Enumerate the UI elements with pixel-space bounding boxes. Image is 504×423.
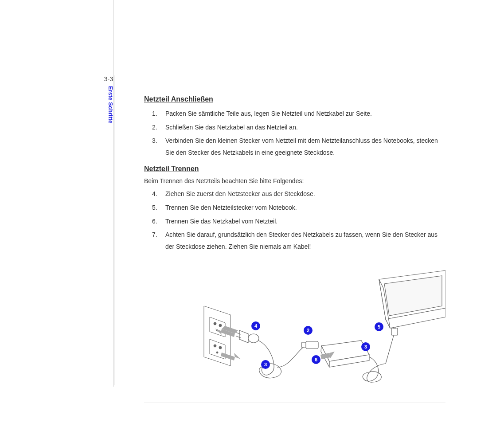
content: Netzteil Anschließen 1.Packen Sie sämtli… bbox=[117, 75, 445, 412]
svg-rect-12 bbox=[301, 343, 306, 347]
svg-point-0 bbox=[214, 322, 216, 325]
sidebar-section-title: Erste Schritte bbox=[107, 86, 114, 124]
svg-point-4 bbox=[219, 346, 222, 349]
disconnect-list: 4.Ziehen Sie zuerst den Netzstecker aus … bbox=[144, 188, 445, 252]
item-text: Trennen Sie das Netzkabel vom Netzteil. bbox=[165, 218, 277, 225]
item-number: 5. bbox=[152, 202, 157, 214]
item-number: 4. bbox=[152, 188, 157, 200]
list-item: 7.Achten Sie darauf, grundsätzlich den S… bbox=[162, 229, 445, 252]
svg-point-5 bbox=[216, 352, 218, 353]
list-item: 6.Trennen Sie das Netzkabel vom Netzteil… bbox=[162, 215, 445, 227]
list-item: 4.Ziehen Sie zuerst den Netzstecker aus … bbox=[162, 188, 445, 200]
connect-list: 1.Packen Sie sämtliche Teile aus, legen … bbox=[144, 108, 445, 158]
item-text: Ziehen Sie zuerst den Netzstecker aus de… bbox=[165, 190, 315, 197]
svg-rect-11 bbox=[306, 341, 318, 349]
item-text: Trennen Sie den Netzteilstecker vom Note… bbox=[165, 204, 297, 211]
heading-connect: Netzteil Anschließen bbox=[144, 95, 445, 103]
svg-rect-13 bbox=[391, 328, 398, 335]
svg-point-8 bbox=[248, 334, 259, 343]
item-text: Achten Sie darauf, grundsätzlich den Ste… bbox=[165, 231, 438, 250]
list-item: 5.Trennen Sie den Netzteilstecker vom No… bbox=[162, 202, 445, 214]
page-number: 3-3 bbox=[89, 75, 113, 82]
heading-disconnect: Netzteil Trennen bbox=[144, 165, 445, 173]
power-diagram-svg bbox=[144, 266, 445, 395]
page-layout: 3-3 Erste Schritte Netzteil Anschließen … bbox=[89, 75, 442, 412]
divider-top bbox=[144, 257, 445, 257]
sidebar: 3-3 Erste Schritte bbox=[89, 75, 117, 412]
power-diagram: 4 2 5 3 6 3 bbox=[144, 266, 445, 399]
divider-bottom bbox=[144, 403, 445, 403]
item-number: 1. bbox=[152, 108, 157, 120]
disconnect-intro: Beim Trennen des Netzteils beachten Sie … bbox=[144, 177, 445, 184]
item-text: Schließen Sie das Netzkabel an das Netzt… bbox=[165, 124, 298, 131]
svg-marker-10 bbox=[234, 353, 241, 359]
item-number: 3. bbox=[152, 135, 157, 147]
list-item: 2.Schließen Sie das Netzkabel an das Net… bbox=[162, 121, 445, 133]
item-number: 7. bbox=[152, 229, 157, 241]
item-number: 2. bbox=[152, 121, 157, 133]
svg-point-3 bbox=[214, 345, 216, 347]
list-item: 1.Packen Sie sämtliche Teile aus, legen … bbox=[162, 108, 445, 120]
item-text: Packen Sie sämtliche Teile aus, legen Si… bbox=[165, 110, 372, 117]
list-item: 3.Verbinden Sie den kleinen Stecker vom … bbox=[162, 135, 445, 158]
item-text: Verbinden Sie den kleinen Stecker vom Ne… bbox=[165, 137, 438, 156]
svg-point-1 bbox=[219, 324, 222, 327]
item-number: 6. bbox=[152, 215, 157, 227]
